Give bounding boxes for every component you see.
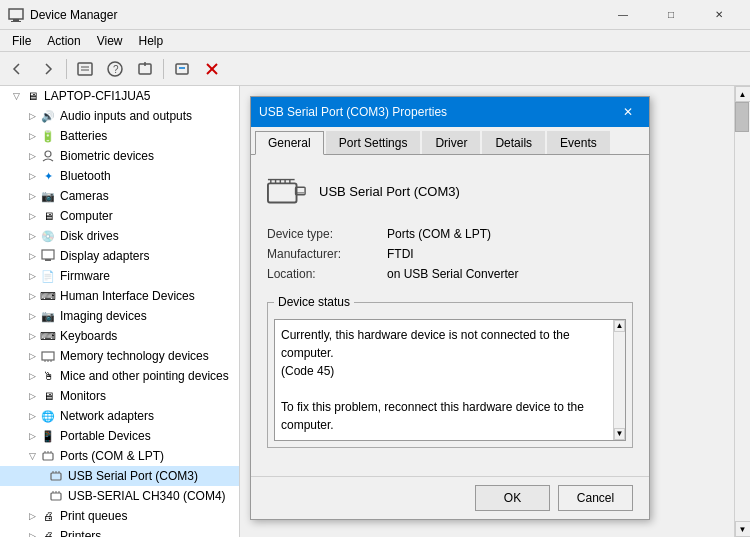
svg-rect-21 — [43, 453, 53, 460]
label-imaging: Imaging devices — [60, 309, 147, 323]
content-area: ▽ 🖥 LAPTOP-CFI1JUA5 ▷ 🔊 Audio inputs and… — [0, 86, 750, 537]
title-bar: Device Manager — □ ✕ — [0, 0, 750, 30]
back-button[interactable] — [4, 56, 32, 82]
status-line2: (Code 45) — [281, 364, 334, 378]
maximize-button[interactable]: □ — [648, 0, 694, 30]
dialog-content: USB Serial Port (COM3) Device type: Port… — [251, 155, 649, 476]
right-scrollbar[interactable]: ▲ ▼ — [734, 86, 750, 537]
svg-rect-16 — [45, 259, 51, 261]
tree-item-computer[interactable]: ▷ 🖥 Computer — [0, 206, 239, 226]
tree-item-hid[interactable]: ▷ ⌨ Human Interface Devices — [0, 286, 239, 306]
arrow-biometric: ▷ — [24, 148, 40, 164]
label-firmware: Firmware — [60, 269, 110, 283]
menu-bar: File Action View Help — [0, 30, 750, 52]
label-mice: Mice and other pointing devices — [60, 369, 229, 383]
status-legend: Device status — [274, 295, 354, 309]
tree-root[interactable]: ▽ 🖥 LAPTOP-CFI1JUA5 — [0, 86, 239, 106]
tree-item-network[interactable]: ▷ 🌐 Network adapters — [0, 406, 239, 426]
update-driver-button[interactable] — [131, 56, 159, 82]
label-batteries: Batteries — [60, 129, 107, 143]
tree-item-ports[interactable]: ▽ Ports (COM & LPT) — [0, 446, 239, 466]
label-computer: Computer — [60, 209, 113, 223]
tree-item-print-queues[interactable]: ▷ 🖨 Print queues — [0, 506, 239, 526]
manufacturer-label: Manufacturer: — [267, 247, 387, 261]
tab-events[interactable]: Events — [547, 131, 610, 154]
scroll-down-arrow[interactable]: ▼ — [614, 428, 625, 440]
properties-dialog: USB Serial Port (COM3) Properties ✕ Gene… — [250, 96, 650, 520]
tree-item-com3[interactable]: USB Serial Port (COM3) — [0, 466, 239, 486]
dialog-title-bar: USB Serial Port (COM3) Properties ✕ — [251, 97, 649, 127]
root-arrow: ▽ — [8, 88, 24, 104]
arrow-keyboards: ▷ — [24, 328, 40, 344]
tree-item-cameras[interactable]: ▷ 📷 Cameras — [0, 186, 239, 206]
forward-button[interactable] — [34, 56, 62, 82]
tree-item-keyboards[interactable]: ▷ ⌨ Keyboards — [0, 326, 239, 346]
menu-file[interactable]: File — [4, 32, 39, 50]
tree-item-monitors[interactable]: ▷ 🖥 Monitors — [0, 386, 239, 406]
com4-icon — [48, 488, 64, 504]
status-line5: computer. — [281, 418, 334, 432]
right-scroll-track[interactable] — [735, 102, 751, 521]
tree-item-imaging[interactable]: ▷ 📷 Imaging devices — [0, 306, 239, 326]
tree-item-disk[interactable]: ▷ 💿 Disk drives — [0, 226, 239, 246]
arrow-firmware: ▷ — [24, 268, 40, 284]
cancel-button[interactable]: Cancel — [558, 485, 633, 511]
tab-general[interactable]: General — [255, 131, 324, 155]
minimize-button[interactable]: — — [600, 0, 646, 30]
tab-driver[interactable]: Driver — [422, 131, 480, 154]
menu-help[interactable]: Help — [131, 32, 172, 50]
tree-item-display[interactable]: ▷ Display adapters — [0, 246, 239, 266]
device-type-label: Device type: — [267, 227, 387, 241]
arrow-print-queues: ▷ — [24, 508, 40, 524]
tree-item-mice[interactable]: ▷ 🖱 Mice and other pointing devices — [0, 366, 239, 386]
uninstall-button[interactable] — [198, 56, 226, 82]
keyboards-icon: ⌨ — [40, 328, 56, 344]
tree-item-firmware[interactable]: ▷ 📄 Firmware — [0, 266, 239, 286]
arrow-network: ▷ — [24, 408, 40, 424]
right-scroll-up[interactable]: ▲ — [735, 86, 751, 102]
batteries-icon: 🔋 — [40, 128, 56, 144]
arrow-portable: ▷ — [24, 428, 40, 444]
label-print-queues: Print queues — [60, 509, 127, 523]
svg-rect-1 — [13, 19, 19, 21]
memory-icon — [40, 348, 56, 364]
prop-row-location: Location: on USB Serial Converter — [267, 267, 633, 281]
right-area: USB Serial Port (COM3) Properties ✕ Gene… — [240, 86, 734, 537]
tree-item-biometric[interactable]: ▷ Biometric devices — [0, 146, 239, 166]
tree-item-portable[interactable]: ▷ 📱 Portable Devices — [0, 426, 239, 446]
menu-view[interactable]: View — [89, 32, 131, 50]
status-line1: Currently, this hardware device is not c… — [281, 328, 570, 360]
arrow-memory: ▷ — [24, 348, 40, 364]
arrow-mice: ▷ — [24, 368, 40, 384]
scan-hardware-button[interactable] — [168, 56, 196, 82]
scroll-up-arrow[interactable]: ▲ — [614, 320, 625, 332]
hid-icon: ⌨ — [40, 288, 56, 304]
arrow-disk: ▷ — [24, 228, 40, 244]
computer-tree-icon: 🖥 — [40, 208, 56, 224]
tree-item-bluetooth[interactable]: ▷ ✦ Bluetooth — [0, 166, 239, 186]
tree-item-memory[interactable]: ▷ Memory technology devices — [0, 346, 239, 366]
menu-action[interactable]: Action — [39, 32, 88, 50]
properties-button[interactable] — [71, 56, 99, 82]
label-bluetooth: Bluetooth — [60, 169, 111, 183]
help-button[interactable]: ? — [101, 56, 129, 82]
tab-port-settings[interactable]: Port Settings — [326, 131, 421, 154]
tree-item-com4[interactable]: USB-SERIAL CH340 (COM4) — [0, 486, 239, 506]
tree-item-printers[interactable]: ▷ 🖨 Printers — [0, 526, 239, 537]
tab-details[interactable]: Details — [482, 131, 545, 154]
tree-item-batteries[interactable]: ▷ 🔋 Batteries — [0, 126, 239, 146]
arrow-bluetooth: ▷ — [24, 168, 40, 184]
close-button[interactable]: ✕ — [696, 0, 742, 30]
right-scroll-down[interactable]: ▼ — [735, 521, 751, 537]
device-tree[interactable]: ▽ 🖥 LAPTOP-CFI1JUA5 ▷ 🔊 Audio inputs and… — [0, 86, 240, 537]
ok-button[interactable]: OK — [475, 485, 550, 511]
tree-item-audio[interactable]: ▷ 🔊 Audio inputs and outputs — [0, 106, 239, 126]
status-line4: To fix this problem, reconnect this hard… — [281, 400, 584, 414]
label-cameras: Cameras — [60, 189, 109, 203]
window-controls: — □ ✕ — [600, 0, 742, 30]
audio-icon: 🔊 — [40, 108, 56, 124]
device-big-icon — [267, 171, 307, 211]
status-scrollbar[interactable]: ▲ ▼ — [613, 320, 625, 440]
right-scroll-thumb[interactable] — [735, 102, 749, 132]
dialog-close-button[interactable]: ✕ — [615, 99, 641, 125]
